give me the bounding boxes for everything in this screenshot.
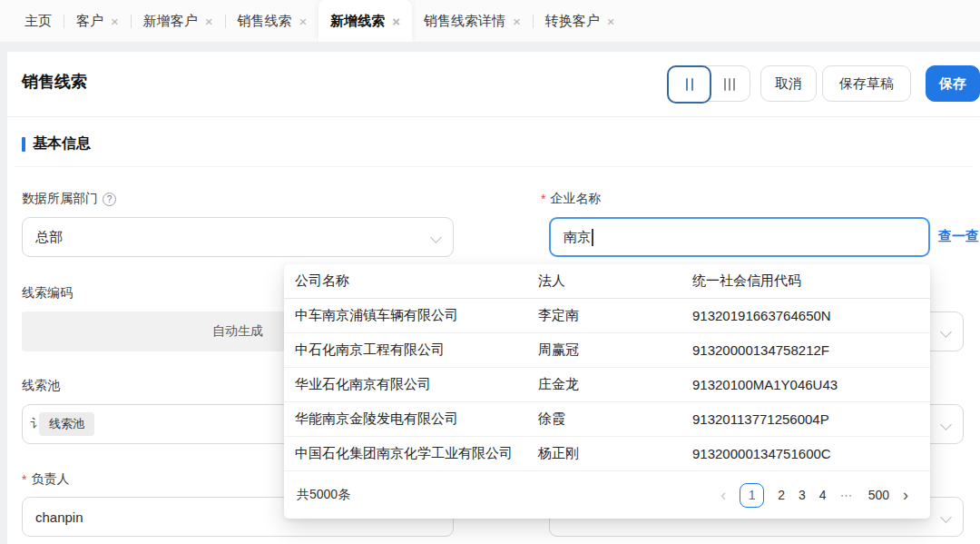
dropdown-footer: 共5000条 ‹ 1 2 3 4 ⋯ 500 › [284, 471, 930, 519]
chevron-down-icon [430, 232, 442, 243]
section-title: 基本信息 [33, 134, 91, 153]
dropdown-header-row: 公司名称 法人 统一社会信用代码 [284, 264, 930, 299]
save-button[interactable]: 保存 [926, 65, 980, 102]
header-divider [7, 116, 980, 117]
next-page-icon[interactable]: › [903, 487, 908, 503]
tab-convert-customer[interactable]: 转换客户 × [534, 0, 627, 42]
tab-bar: 主页 客户 × 新增客户 × 销售线索 × 新增线索 × 销售线索详情 × 转换… [0, 0, 980, 42]
prev-page-icon[interactable]: ‹ [720, 487, 726, 503]
company-result-row[interactable]: 中石化南京工程有限公司 周赢冠 91320000134758212F [284, 333, 930, 368]
clipped-text: 讠 [30, 416, 37, 432]
department-label: 数据所属部门 ? [22, 191, 116, 207]
chevron-down-icon [940, 326, 952, 338]
tab-new-customer[interactable]: 新增客户 × [132, 0, 225, 42]
help-icon[interactable]: ? [103, 193, 116, 206]
close-icon[interactable]: × [513, 15, 521, 28]
cancel-button[interactable]: 取消 [760, 65, 817, 102]
company-result-row[interactable]: 华能南京金陵发电有限公司 徐霞 91320113771256004P [284, 402, 930, 437]
page-title: 销售线索 [22, 71, 87, 93]
chevron-down-icon [940, 511, 952, 523]
required-asterisk: * [541, 192, 545, 206]
column-credit-code: 统一社会信用代码 [692, 272, 930, 290]
owner-value: chanpin [35, 509, 83, 525]
pagination: ‹ 1 2 3 4 ⋯ 500 › [720, 483, 908, 508]
lead-code-label: 线索编码 [22, 285, 73, 302]
tab-lead-detail[interactable]: 销售线索详情 × [412, 0, 533, 42]
company-result-row[interactable]: 华业石化南京有限公司 庄金龙 91320100MA1Y046U43 [284, 368, 930, 402]
tab-sales-leads[interactable]: 销售线索 × [226, 0, 319, 42]
section-divider [15, 166, 973, 167]
tab-label: 主页 [24, 13, 52, 30]
page-1[interactable]: 1 [740, 483, 764, 508]
tab-label: 客户 [76, 13, 103, 30]
required-asterisk: * [22, 472, 26, 487]
new-lead-page: 主页 客户 × 新增客户 × 销售线索 × 新增线索 × 销售线索详情 × 转换… [0, 0, 980, 544]
company-result-row[interactable]: 中车南京浦镇车辆有限公司 李定南 91320191663764650N [284, 299, 930, 333]
column-company-name: 公司名称 [295, 272, 538, 290]
save-draft-button[interactable]: 保存草稿 [822, 65, 911, 102]
lookup-link[interactable]: 查一查 [938, 228, 979, 245]
owner-label: * 负责人 [22, 471, 69, 488]
close-icon[interactable]: × [607, 15, 615, 28]
company-name-value: 南京 [564, 229, 591, 246]
column-legal-person: 法人 [538, 272, 692, 290]
page-4[interactable]: 4 [819, 488, 827, 502]
company-lookup-dropdown: 公司名称 法人 统一社会信用代码 中车南京浦镇车辆有限公司 李定南 913201… [284, 264, 930, 519]
lead-code-placeholder: 自动生成 [212, 323, 263, 340]
page-3[interactable]: 3 [799, 488, 806, 502]
department-select[interactable]: 总部 [22, 217, 454, 257]
three-column-view-button[interactable] [710, 66, 750, 103]
company-name-input[interactable]: 南京 [549, 217, 930, 257]
department-value: 总部 [35, 229, 63, 246]
tab-label: 销售线索 [238, 13, 292, 30]
page-2[interactable]: 2 [778, 488, 785, 502]
company-result-row[interactable]: 中国石化集团南京化学工业有限公司 杨正刚 91320000134751600C [284, 437, 930, 471]
total-count: 共5000条 [297, 487, 350, 503]
two-column-view-button[interactable] [667, 65, 711, 104]
three-column-icon [724, 78, 726, 91]
tab-label: 销售线索详情 [424, 13, 505, 30]
text-cursor [592, 229, 593, 246]
tab-customers[interactable]: 客户 × [64, 0, 131, 42]
lead-pool-tag: 线索池 [39, 412, 94, 436]
close-icon[interactable]: × [111, 15, 119, 28]
close-icon[interactable]: × [205, 15, 213, 28]
section-basic-info: 基本信息 [22, 134, 91, 153]
tab-new-lead[interactable]: 新增线索 × [318, 0, 412, 42]
two-column-icon [686, 78, 688, 91]
tab-label: 新增客户 [143, 13, 198, 30]
column-layout-toggle [667, 65, 750, 102]
tab-home[interactable]: 主页 [13, 0, 64, 42]
ellipsis-pages[interactable]: ⋯ [840, 488, 855, 502]
company-name-label: * 企业名称 [541, 191, 601, 207]
tab-label: 新增线索 [330, 13, 385, 30]
close-icon[interactable]: × [299, 15, 308, 28]
page-500[interactable]: 500 [868, 488, 889, 502]
chevron-down-icon [940, 419, 952, 430]
tab-label: 转换客户 [545, 13, 600, 30]
close-icon[interactable]: × [392, 15, 400, 28]
lead-pool-label: 线索池 [22, 378, 60, 394]
section-accent-bar [22, 137, 25, 152]
page-gap [0, 42, 980, 52]
